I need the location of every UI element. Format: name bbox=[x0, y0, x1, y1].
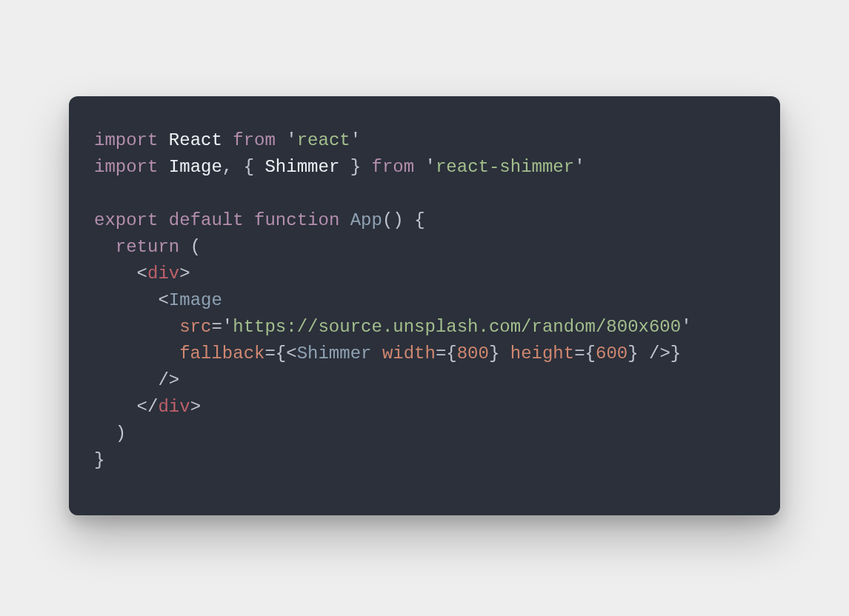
brace-open: { bbox=[414, 210, 424, 230]
equals: = bbox=[436, 344, 446, 364]
indent bbox=[94, 290, 158, 310]
string-url: https://source.unsplash.com/random/800x6… bbox=[233, 317, 681, 337]
brace-open: { bbox=[446, 344, 456, 364]
number-800: 800 bbox=[457, 344, 489, 364]
quote: ' bbox=[286, 130, 296, 150]
indent bbox=[94, 397, 137, 417]
equals: = bbox=[574, 344, 585, 364]
brace-close: } bbox=[627, 344, 638, 364]
paren-close: ) bbox=[116, 424, 126, 443]
indent bbox=[94, 264, 137, 284]
space bbox=[371, 344, 382, 364]
indent bbox=[94, 317, 179, 337]
tag-open: </ bbox=[137, 397, 159, 417]
space bbox=[639, 344, 649, 364]
quote: ' bbox=[681, 317, 691, 337]
code-card: import React from 'react' import Image, … bbox=[69, 96, 780, 515]
self-close: /> bbox=[158, 370, 179, 390]
keyword-export: export bbox=[94, 210, 158, 230]
function-name: App bbox=[350, 210, 382, 230]
indent bbox=[94, 424, 116, 443]
self-close: /> bbox=[649, 344, 670, 364]
quote: ' bbox=[350, 130, 361, 150]
identifier-image: Image bbox=[169, 157, 222, 177]
identifier-react: React bbox=[169, 130, 222, 150]
keyword-import: import bbox=[94, 130, 158, 150]
identifier-shimmer: Shimmer bbox=[264, 157, 339, 177]
jsx-tag-shimmer: Shimmer bbox=[297, 344, 372, 364]
attr-height: height bbox=[510, 344, 574, 364]
string-react: react bbox=[297, 130, 350, 150]
keyword-import: import bbox=[94, 157, 158, 177]
paren-open: ( bbox=[190, 237, 201, 257]
jsx-tag-div: div bbox=[147, 264, 179, 284]
quote: ' bbox=[425, 157, 436, 177]
quote: ' bbox=[222, 317, 233, 337]
number-600: 600 bbox=[596, 344, 627, 364]
tag-open: < bbox=[286, 344, 296, 364]
jsx-tag-image: Image bbox=[169, 290, 222, 310]
indent bbox=[94, 237, 116, 257]
jsx-tag-div: div bbox=[158, 397, 190, 417]
brace-close: } bbox=[489, 344, 499, 364]
tag-open: < bbox=[137, 264, 147, 284]
brace-close: } bbox=[350, 157, 361, 177]
quote: ' bbox=[574, 157, 585, 177]
space bbox=[499, 344, 510, 364]
indent bbox=[94, 344, 179, 364]
keyword-return: return bbox=[116, 237, 179, 257]
brace-open: { bbox=[276, 344, 286, 364]
code-block: import React from 'react' import Image, … bbox=[94, 127, 755, 474]
tag-close: > bbox=[179, 264, 190, 284]
attr-src: src bbox=[179, 317, 211, 337]
tag-close: > bbox=[190, 397, 201, 417]
attr-width: width bbox=[382, 344, 436, 364]
brace-open: { bbox=[585, 344, 596, 364]
keyword-from: from bbox=[372, 157, 415, 177]
keyword-default: default bbox=[169, 210, 244, 230]
keyword-function: function bbox=[254, 210, 339, 230]
equals: = bbox=[264, 344, 275, 364]
indent bbox=[94, 370, 158, 390]
brace-close: } bbox=[94, 450, 104, 470]
tag-open: < bbox=[158, 290, 168, 310]
keyword-from: from bbox=[233, 130, 276, 150]
brace-close: } bbox=[670, 344, 681, 364]
comma: , bbox=[222, 157, 233, 177]
attr-fallback: fallback bbox=[179, 344, 264, 364]
equals: = bbox=[211, 317, 222, 337]
string-react-shimmer: react-shimmer bbox=[436, 157, 574, 177]
brace-open: { bbox=[244, 157, 254, 177]
parens: () bbox=[382, 210, 404, 230]
